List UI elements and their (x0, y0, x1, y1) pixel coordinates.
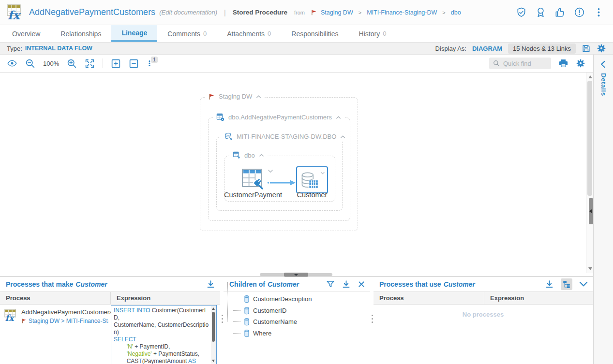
tab-lineage[interactable]: Lineage (111, 25, 157, 42)
tab-label: Lineage (121, 29, 147, 37)
download-icon[interactable] (342, 280, 351, 289)
process-path-link[interactable]: Staging DW > MITI-Finance-Stag (21, 318, 108, 324)
scrollbar-thumb[interactable] (212, 312, 215, 342)
title-divider: | (224, 9, 226, 16)
tab-relationships[interactable]: Relationships (50, 25, 111, 42)
zoom-out-icon[interactable] (25, 58, 35, 69)
more-options-kebab-icon[interactable] (593, 7, 604, 18)
column-process: Process (0, 294, 110, 302)
target-node-label[interactable]: Customer (286, 191, 338, 199)
download-icon[interactable] (545, 280, 554, 289)
scroll-down-arrow[interactable] (212, 360, 215, 362)
collapse-all-icon[interactable] (129, 58, 139, 69)
procedure-table-gear-icon (216, 113, 224, 121)
close-icon[interactable] (358, 280, 365, 288)
print-icon[interactable] (558, 58, 568, 68)
source-node-label[interactable]: CustomerPayment (209, 191, 297, 199)
collapse-panel-chevron-icon[interactable] (579, 281, 588, 287)
save-diagram-icon[interactable] (582, 44, 591, 53)
bottom-panels: Processes that makeCustomer Process Expr… (0, 277, 593, 364)
flag-icon (311, 9, 317, 16)
scrollbar-thumb[interactable] (587, 81, 592, 196)
expression-scrollbar[interactable] (211, 306, 216, 364)
process-row[interactable]: fx AddNegativePaymentCustomers Staging D… (0, 305, 110, 364)
breadcrumb-segment-model[interactable]: Staging DW (321, 9, 353, 16)
tree-view-toggle-icon[interactable] (561, 278, 572, 290)
fit-to-screen-icon[interactable] (85, 58, 95, 69)
tab-count: 0 (268, 30, 271, 37)
governance-shield-icon[interactable] (516, 7, 527, 18)
scroll-up-arrow[interactable] (212, 307, 215, 310)
collapse-chevron-up-icon[interactable] (340, 135, 345, 139)
node-menu-chevron-icon[interactable] (268, 169, 273, 173)
more-tools-kebab-icon[interactable]: 1 (147, 58, 155, 68)
tab-label: Overview (12, 30, 40, 38)
tree-connector (233, 321, 240, 322)
empty-message: No processes (374, 311, 593, 318)
child-column-item[interactable]: CustomerDescription (229, 293, 312, 305)
filter-funnel-icon[interactable] (326, 280, 335, 289)
header-bar: fx AddNegativePaymentCustomers (Edit doc… (0, 0, 613, 25)
display-as-label: Display As: (435, 45, 466, 52)
schema-table-icon (233, 151, 240, 159)
stored-procedure-fx-icon: fx (6, 3, 22, 22)
collapse-chevron-up-icon[interactable] (336, 116, 341, 119)
thumbs-up-icon[interactable] (554, 7, 566, 18)
lineage-diagram-canvas[interactable]: Staging DW dbo.AddNegativePaymentCustome… (0, 73, 586, 273)
overview-eye-icon[interactable] (7, 58, 17, 68)
diagram-vertical-scrollbar[interactable] (586, 73, 593, 273)
tab-history[interactable]: History0 (349, 25, 397, 42)
from-label: from (294, 10, 305, 15)
details-panel-splitter-grip[interactable] (589, 198, 593, 224)
tab-label: Responsibilities (291, 30, 338, 38)
diagram-settings-gear-icon[interactable] (576, 58, 585, 68)
more-tools-badge: 1 (151, 57, 158, 63)
expand-details-chevron-icon[interactable] (599, 60, 606, 68)
details-sidebar-collapsed: Details (593, 55, 613, 364)
tab-count: 0 (383, 30, 386, 37)
breadcrumb-segment-schema[interactable]: dbo (451, 9, 461, 16)
tab-attachments[interactable]: Attachments0 (217, 25, 281, 42)
toolbar-divider (103, 58, 103, 68)
edit-documentation-link[interactable]: (Edit documentation) (159, 9, 217, 16)
customer-table-node[interactable] (296, 166, 328, 193)
zoom-level: 100% (43, 60, 59, 67)
zoom-in-icon[interactable] (67, 58, 77, 69)
sql-expression: INSERT INTO Customer(CustomerID,Customer… (114, 307, 209, 364)
node-menu-chevron-icon[interactable] (320, 171, 325, 175)
breadcrumb-segment-database[interactable]: MITI-Finance-Staging-DW (367, 9, 437, 16)
panel-title: Processes that useCustomer (379, 280, 475, 288)
download-icon[interactable] (206, 280, 215, 289)
scroll-up-arrow[interactable] (588, 75, 592, 78)
flag-icon (208, 93, 215, 100)
alert-circle-icon[interactable] (574, 7, 585, 18)
fx-glyph: fx (8, 8, 21, 22)
panel-children-of: Children ofCustomer CustomerDescriptionC… (224, 277, 370, 364)
customer-payment-table-icon[interactable] (240, 166, 266, 191)
certification-badge-icon[interactable] (535, 7, 546, 18)
collapse-chevron-up-icon[interactable] (259, 153, 264, 157)
tab-comments[interactable]: Comments0 (157, 25, 217, 42)
column-icon (244, 329, 250, 337)
tab-responsibilities[interactable]: Responsibilities (281, 25, 348, 42)
type-label: Type: (7, 45, 22, 52)
column-expression: Expression (111, 294, 150, 302)
settings-gear-icon[interactable] (597, 44, 606, 53)
type-bar: Type: INTERNAL DATA FLOW Display As: DIA… (0, 43, 613, 55)
details-tab-label[interactable]: Details (600, 73, 607, 96)
expression-cell[interactable]: INSERT INTO Customer(CustomerID,Customer… (111, 305, 217, 364)
child-column-item[interactable]: CustomerName (229, 316, 312, 328)
child-column-item[interactable]: Where (229, 328, 312, 339)
scroll-down-arrow[interactable] (588, 267, 592, 270)
tab-overview[interactable]: Overview (2, 25, 50, 42)
column-icon (244, 318, 250, 326)
column-icon (244, 295, 250, 303)
data-flow-arrow (267, 179, 296, 187)
child-column-item[interactable]: CustomerID (229, 305, 312, 317)
expand-all-icon[interactable] (111, 58, 121, 69)
quick-find-input[interactable] (503, 60, 547, 67)
display-as-value[interactable]: DIAGRAM (472, 45, 502, 52)
app-window: fx AddNegativePaymentCustomers (Edit doc… (0, 0, 613, 364)
diagram-toolbar: 100% 1 (0, 55, 593, 73)
collapse-chevron-up-icon[interactable] (256, 95, 261, 99)
